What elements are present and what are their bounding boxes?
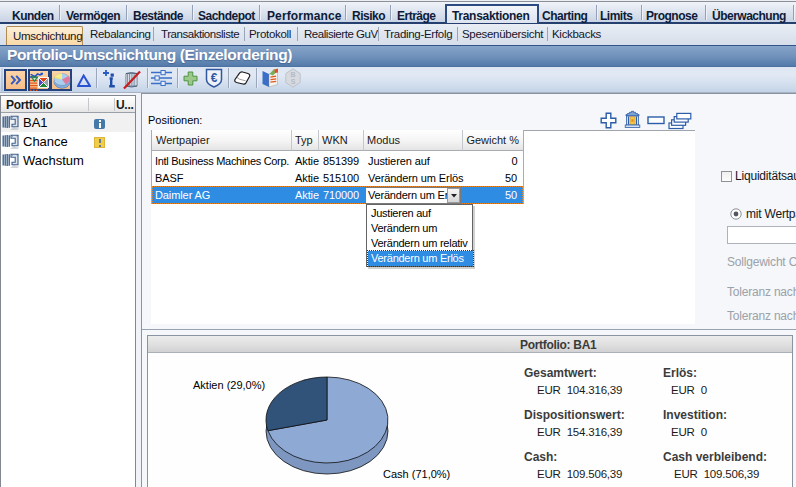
svg-text:B: B [290,71,295,78]
svg-text:€: € [211,71,218,85]
svg-text:S: S [291,78,296,85]
